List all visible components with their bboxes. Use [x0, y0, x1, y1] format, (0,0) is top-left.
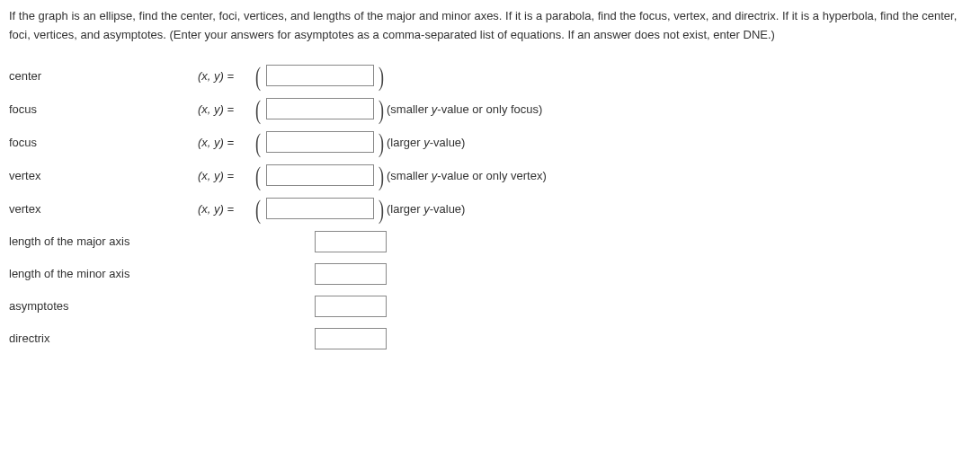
- paren-open-icon: (: [255, 66, 261, 87]
- vertex2-input[interactable]: [266, 198, 374, 219]
- center-input[interactable]: [266, 65, 374, 86]
- eq-prefix-focus1: (x, y) =: [198, 93, 254, 126]
- paren-close-icon: ): [379, 66, 384, 87]
- label-vertex2: vertex: [9, 192, 198, 226]
- row-asymptotes: asymptotes: [9, 290, 547, 323]
- equals: ) =: [220, 102, 235, 116]
- input-wrap-minor: [254, 258, 387, 290]
- input-wrap-directrix: [254, 323, 387, 355]
- eq-prefix-focus2: (x, y) =: [198, 126, 254, 159]
- sep: ,: [208, 169, 214, 182]
- label-center: center: [9, 59, 198, 93]
- label-directrix: directrix: [9, 323, 198, 355]
- eq-empty-directrix: [198, 323, 254, 355]
- row-vertex2: vertex (x, y) = ( ) (larger y-value): [9, 192, 547, 226]
- hint-center: [387, 59, 547, 93]
- paren-close-icon: ): [379, 132, 384, 154]
- eq-prefix-vertex2: (x, y) =: [198, 192, 254, 226]
- paren-close-icon: ): [379, 199, 384, 220]
- paren-open-icon: (: [255, 199, 261, 220]
- input-wrap-asymptotes: [254, 290, 387, 323]
- row-focus2: focus (x, y) = ( ) (larger y-value): [9, 126, 547, 159]
- sep: ,: [208, 202, 214, 216]
- eq-empty-minor: [198, 258, 254, 290]
- equals: ) =: [220, 69, 235, 83]
- row-major: length of the major axis: [9, 226, 547, 258]
- sep: ,: [208, 102, 214, 116]
- hint-focus1: (smaller y-value or only focus): [387, 93, 547, 126]
- input-wrap-vertex1: ( ): [254, 159, 387, 192]
- label-asymptotes: asymptotes: [9, 290, 198, 323]
- input-wrap-major: [254, 226, 387, 258]
- row-minor: length of the minor axis: [9, 258, 547, 290]
- eq-empty-major: [198, 226, 254, 258]
- paren-open-icon: (: [255, 165, 261, 187]
- paren-close-icon: ): [379, 99, 384, 120]
- equals: ) =: [220, 136, 235, 149]
- eq-prefix-vertex1: (x, y) =: [198, 159, 254, 192]
- label-focus1: focus: [9, 93, 198, 126]
- eq-prefix-center: (x, y) =: [198, 59, 254, 93]
- label-minor: length of the minor axis: [9, 258, 198, 290]
- paren-open-icon: (: [255, 132, 261, 154]
- hint-vertex1: (smaller y-value or only vertex): [387, 159, 547, 192]
- row-center: center (x, y) = ( ): [9, 59, 547, 93]
- hint-focus2: (larger y-value): [387, 126, 547, 159]
- major-axis-input[interactable]: [315, 231, 387, 252]
- answer-form-table: center (x, y) = ( ) focus (x, y) = ( ) (…: [9, 59, 547, 355]
- focus2-input[interactable]: [266, 131, 374, 153]
- input-wrap-vertex2: ( ): [254, 192, 387, 226]
- hint-vertex2: (larger y-value): [387, 192, 547, 226]
- label-vertex1: vertex: [9, 159, 198, 192]
- input-wrap-center: ( ): [254, 59, 387, 93]
- label-major: length of the major axis: [9, 226, 198, 258]
- asymptotes-input[interactable]: [315, 296, 387, 317]
- paren-open-icon: (: [255, 99, 261, 120]
- input-wrap-focus1: ( ): [254, 93, 387, 126]
- vertex1-input[interactable]: [266, 164, 374, 186]
- directrix-input[interactable]: [315, 328, 387, 349]
- minor-axis-input[interactable]: [315, 263, 387, 285]
- label-focus2: focus: [9, 126, 198, 159]
- row-directrix: directrix: [9, 323, 547, 355]
- instructions-text: If the graph is an ellipse, find the cen…: [9, 7, 971, 45]
- input-wrap-focus2: ( ): [254, 126, 387, 159]
- equals: ) =: [220, 202, 235, 216]
- focus1-input[interactable]: [266, 98, 374, 119]
- eq-empty-asymptotes: [198, 290, 254, 323]
- equals: ) =: [220, 169, 235, 182]
- row-vertex1: vertex (x, y) = ( ) (smaller y-value or …: [9, 159, 547, 192]
- row-focus1: focus (x, y) = ( ) (smaller y-value or o…: [9, 93, 547, 126]
- sep: ,: [208, 69, 214, 83]
- paren-close-icon: ): [379, 165, 384, 187]
- sep: ,: [208, 136, 214, 149]
